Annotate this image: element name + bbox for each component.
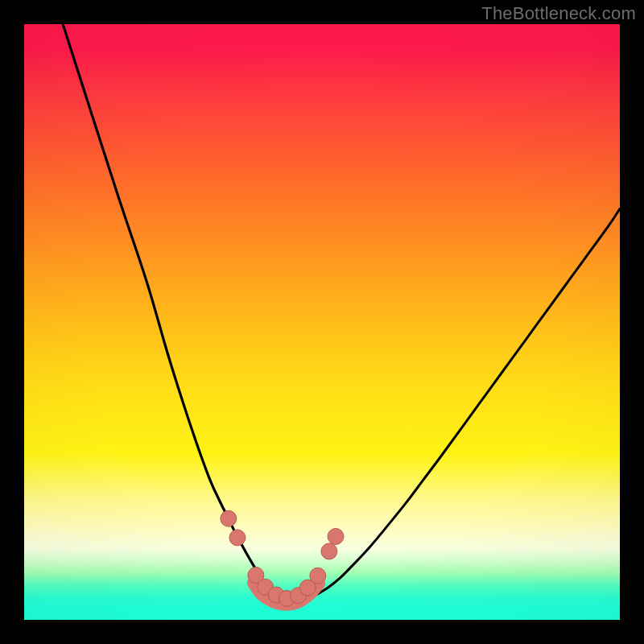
gradient-plot-area (24, 24, 620, 620)
data-marker (310, 568, 326, 584)
curve-layer (24, 24, 620, 620)
data-marker (221, 510, 237, 526)
data-marker (321, 543, 337, 559)
data-marker (229, 530, 246, 546)
right-curve-path (292, 208, 620, 604)
watermark-label: TheBottleneck.com (481, 3, 636, 24)
chart-stage: TheBottleneck.com (0, 0, 644, 644)
left-curve-path (63, 24, 292, 605)
marker-group (221, 510, 344, 606)
data-marker (328, 528, 344, 544)
